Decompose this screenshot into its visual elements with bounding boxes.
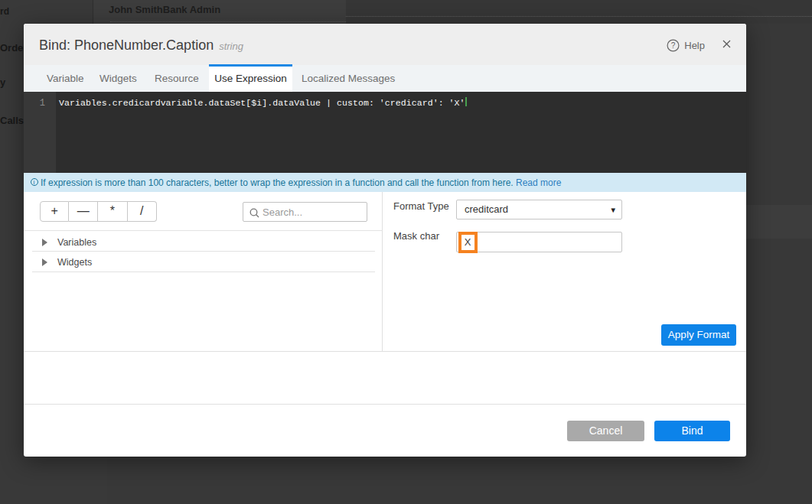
svg-text:?: ? [671, 41, 676, 50]
